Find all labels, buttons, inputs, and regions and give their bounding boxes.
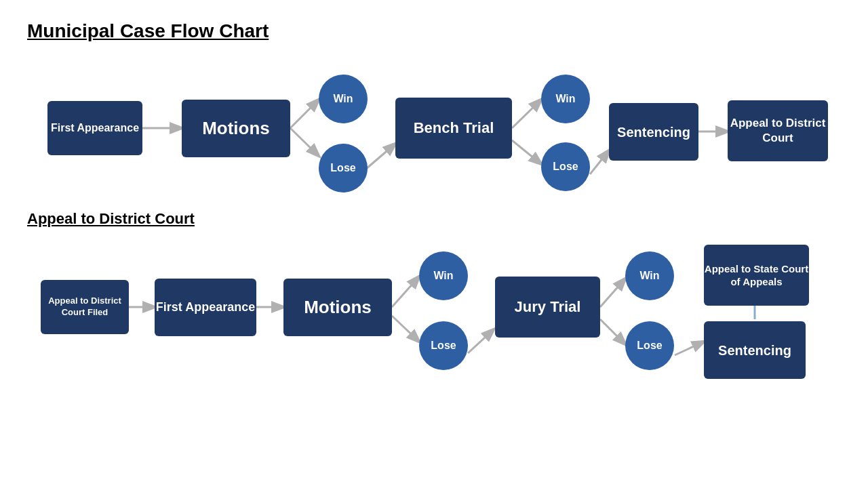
- appeal-sc-node: Appeal to State Court of Appeals: [704, 245, 809, 306]
- flow2-container: Appeal to District Court Filed First App…: [27, 241, 841, 390]
- jury-trial-node: Jury Trial: [495, 277, 600, 338]
- section2: Appeal to District Court: [27, 210, 841, 390]
- lose3-node: Lose: [419, 321, 468, 370]
- win3-node: Win: [419, 251, 468, 300]
- win4-node: Win: [625, 251, 674, 300]
- win1-node: Win: [319, 75, 368, 123]
- svg-line-10: [392, 277, 419, 307]
- sentencing2-node: Sentencing: [704, 321, 806, 379]
- first-appearance2-node: First Appearance: [155, 279, 256, 336]
- bench-trial-node: Bench Trial: [395, 98, 512, 159]
- svg-line-5: [512, 140, 541, 164]
- win2-node: Win: [541, 75, 590, 123]
- lose4-node: Lose: [625, 321, 674, 370]
- svg-line-1: [290, 100, 319, 128]
- section2-title: Appeal to District Court: [27, 210, 841, 228]
- lose1-node: Lose: [319, 144, 368, 192]
- motions2-node: Motions: [283, 279, 392, 336]
- svg-line-14: [600, 319, 625, 344]
- svg-line-3: [366, 144, 395, 169]
- appeal-dc-node: Appeal to District Court: [728, 100, 828, 161]
- main-title: Municipal Case Flow Chart: [27, 20, 841, 42]
- flow1-container: First Appearance Motions Win Lose Bench …: [27, 62, 841, 198]
- svg-line-15: [675, 342, 704, 355]
- svg-line-13: [600, 279, 625, 307]
- svg-line-2: [290, 128, 319, 156]
- motions-node: Motions: [182, 100, 290, 157]
- sentencing-node: Sentencing: [609, 103, 698, 161]
- lose2-node: Lose: [541, 142, 590, 191]
- svg-line-6: [590, 150, 609, 174]
- svg-line-11: [392, 316, 419, 342]
- svg-line-12: [468, 329, 494, 353]
- svg-line-4: [512, 100, 541, 128]
- dc-filed-node: Appeal to District Court Filed: [41, 280, 129, 334]
- first-appearance-node: First Appearance: [47, 101, 142, 155]
